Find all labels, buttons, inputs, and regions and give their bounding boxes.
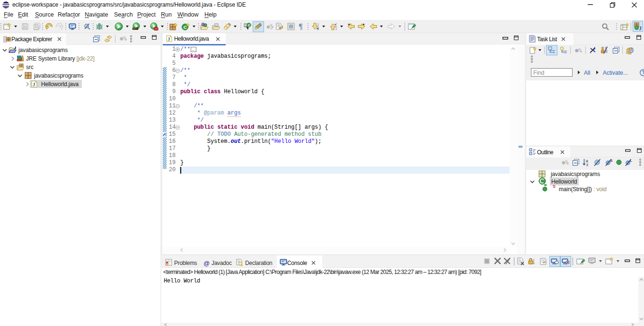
svg-text:J: J bbox=[639, 25, 642, 31]
svg-text:L: L bbox=[630, 159, 632, 163]
svg-text:J: J bbox=[168, 36, 170, 42]
svg-text:?: ? bbox=[642, 70, 644, 75]
svg-text:C: C bbox=[184, 25, 187, 30]
svg-text:J: J bbox=[33, 82, 35, 87]
svg-text:z: z bbox=[586, 162, 588, 167]
svg-text:C: C bbox=[248, 23, 251, 27]
svg-text:S: S bbox=[610, 159, 613, 163]
